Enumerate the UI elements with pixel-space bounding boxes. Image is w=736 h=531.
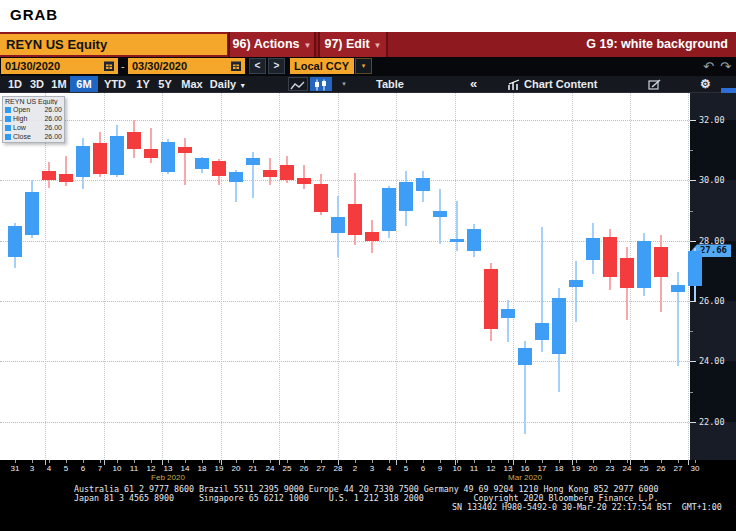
candle-down [603,237,617,277]
date-range-dash: - [121,58,125,74]
y-axis-label: 32.00 [699,115,725,125]
x-axis-week-tick [572,460,573,465]
x-axis-week-tick [630,460,631,465]
candle-up [433,211,447,218]
candle-up [535,323,549,340]
start-date-value: 01/30/2020 [5,60,60,72]
candle-down [620,258,634,288]
x-axis-tick [355,460,356,463]
candle-up [671,285,685,292]
candle-up [688,251,702,286]
tab-chart-content[interactable]: Chart Content [524,76,620,92]
calendar-icon[interactable] [231,61,241,71]
x-axis-tick [610,460,611,463]
calendar-icon[interactable] [104,61,114,71]
candle-wick [303,165,305,189]
y-axis-tick [690,120,696,121]
candle-up [110,136,124,175]
candle-down [314,184,328,212]
range-tab-1y[interactable]: 1Y [132,76,154,92]
candle-up [569,280,583,288]
candlestick-plot[interactable] [0,93,690,460]
period-back-button[interactable]: < [249,58,266,74]
footer-session-line: SN 133402 H980-5492-0 30-Mar-20 22:17:54… [452,503,736,512]
gridline-vertical [396,93,397,460]
collapse-panel-icon[interactable]: « [470,76,490,92]
actions-label: 96) Actions [233,37,300,51]
end-date-field[interactable]: 03/30/2020 [128,58,245,74]
candle-up [586,238,600,259]
redo-icon[interactable]: ↷ [720,57,731,76]
candle-down [178,147,192,154]
y-axis-label: 28.00 [699,236,725,246]
bloomberg-terminal-window: GRAB REYN US Equity 96) Actions▼ 97) Edi… [0,0,736,531]
edit-label: 97) Edit [324,37,369,51]
gridline-vertical [572,93,573,460]
range-tab-1m[interactable]: 1M [48,76,70,92]
x-axis-week-tick [338,460,339,465]
x-axis-tick [100,460,101,463]
candle-up [195,158,209,169]
start-date-field[interactable]: 01/30/2020 [1,58,118,74]
date-axis: 3134567101112131418192021242526272823456… [0,460,736,482]
candle-up [399,182,413,211]
x-axis-tick [270,460,271,463]
axis-band [690,301,736,361]
x-axis-tick [474,460,475,463]
range-tab-5y[interactable]: 5Y [154,76,176,92]
y-axis-tick [690,422,696,423]
candle-up [467,229,481,251]
x-axis-tick [661,460,662,463]
interval-dropdown[interactable]: Daily ▼ [206,76,250,92]
candle-down [654,247,668,277]
x-axis-tick [83,460,84,463]
candlestick-chart-icon[interactable] [310,77,332,91]
chart-template-name: G 19: white background [586,32,728,57]
actions-button[interactable]: 96) Actions▼ [228,32,316,57]
candle-down [59,174,73,182]
undo-icon[interactable]: ↶ [703,57,714,76]
period-forward-button[interactable]: > [268,58,285,74]
security-input[interactable]: REYN US Equity [0,34,227,55]
axis-band [690,180,736,240]
range-tab-1d[interactable]: 1D [4,76,26,92]
candle-down [280,165,294,180]
candle-up [518,348,532,365]
command-bar: REYN US Equity 96) Actions▼ 97) Edit▼ G … [0,32,736,57]
range-tab-6m[interactable]: 6M [70,76,98,92]
x-axis-tick [440,460,441,463]
gear-icon[interactable]: ⚙ [700,76,716,92]
legend-row-low: Low26.00 [5,123,62,132]
candle-down [263,170,277,178]
date-row: 01/30/2020 - 03/30/2020 < > Local CCY ▾ … [0,57,736,76]
line-chart-icon[interactable] [288,77,308,91]
table-button[interactable]: Table [360,76,420,92]
legend-row-close: Close26.00 [5,132,62,141]
x-axis-week-tick [688,460,689,465]
x-axis-tick [389,460,390,463]
x-axis-tick [134,460,135,463]
chart-type-caret[interactable]: ▾ [336,77,352,91]
y-axis-tick [690,241,696,242]
x-axis-week-tick [221,460,222,465]
x-axis-tick [236,460,237,463]
x-axis-week-tick [396,460,397,465]
annotate-icon[interactable] [646,77,662,91]
gridline-vertical [279,93,280,460]
candle-wick [456,201,458,251]
edit-button[interactable]: 97) Edit▼ [318,32,388,57]
legend-title: REYN US Equity [5,98,62,105]
currency-select[interactable]: Local CCY [290,58,354,74]
range-tab-3d[interactable]: 3D [26,76,48,92]
candle-up [161,142,175,172]
range-tab-max[interactable]: Max [178,76,206,92]
axis-band [690,422,736,460]
end-date-value: 03/30/2020 [132,60,187,72]
range-tab-ytd[interactable]: YTD [100,76,130,92]
currency-caret[interactable]: ▾ [355,58,372,74]
x-axis-tick [15,460,16,463]
interval-label: Daily [210,78,236,90]
gridline-vertical [455,93,456,460]
x-axis-tick [491,460,492,463]
candle-up [331,217,345,233]
